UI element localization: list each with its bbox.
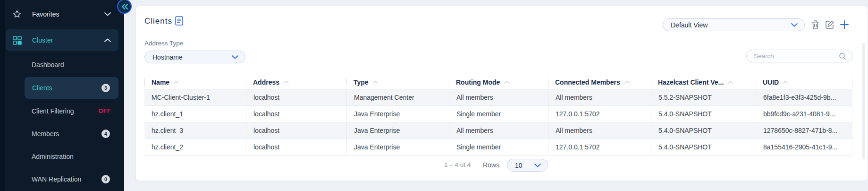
clients-panel: Clients Default View	[135, 6, 868, 181]
cell-client-version: 5.5.2-SNAPSHOT	[651, 89, 756, 105]
column-header-label: Type	[354, 76, 369, 89]
cell-name: hz.client_2	[144, 139, 246, 155]
page-title: Clients	[144, 16, 172, 26]
sidebar-item-label: Cluster	[32, 36, 53, 44]
cell-type: Java Enterprise	[346, 139, 449, 155]
cell-routing-mode: Single member	[449, 139, 548, 155]
column-header-label: Routing Mode	[456, 76, 500, 89]
cell-connected-members: All members	[548, 89, 651, 105]
sort-up-icon	[504, 81, 509, 84]
delete-view-button[interactable]	[810, 19, 820, 30]
chevron-down-icon	[791, 23, 798, 27]
star-icon	[12, 9, 22, 19]
edit-view-button[interactable]	[825, 19, 835, 30]
column-header-uuid[interactable]: UUID	[756, 75, 852, 89]
search-input[interactable]	[754, 52, 839, 60]
clients-count-badge: 3	[101, 84, 110, 92]
sidebar-item-clients[interactable]: Clients 3	[25, 77, 118, 99]
search-icon	[839, 52, 846, 60]
client-filtering-status-badge: OFF	[99, 108, 111, 114]
sidebar-item-members[interactable]: Members 4	[6, 124, 118, 143]
collapse-sidebar-icon	[121, 4, 128, 9]
cell-uuid: 8a155416-2905-41c1-9...	[756, 139, 852, 155]
table-header: Name Address Type Routing Mode Connected…	[144, 75, 852, 89]
cell-name: hz.client_3	[144, 122, 246, 139]
sidebar-item-dashboard[interactable]: Dashboard	[6, 55, 118, 74]
wan-replication-count-badge: 0	[101, 175, 110, 183]
cell-routing-mode: All members	[449, 122, 548, 139]
table-row[interactable]: MC-Client-Cluster-1 localhost Management…	[144, 89, 852, 106]
collapse-sidebar-button[interactable]	[117, 0, 132, 14]
cell-connected-members: 127.0.0.1:5702	[548, 139, 651, 155]
cell-type: Java Enterprise	[346, 106, 449, 122]
column-header-label: Address	[253, 76, 279, 89]
search-box	[746, 50, 852, 62]
cell-routing-mode: Single member	[449, 106, 548, 122]
column-header-connected-members[interactable]: Connected Members	[548, 75, 651, 89]
cell-uuid: 1278650c-8827-471b-8...	[756, 122, 852, 139]
rows-per-page-label: Rows	[483, 158, 499, 172]
cell-connected-members: All members	[548, 122, 651, 139]
rows-per-page-select[interactable]: 10	[507, 159, 548, 172]
chevron-down-icon	[104, 12, 111, 16]
table-row[interactable]: hz.client_1 localhost Java Enterprise Si…	[144, 106, 852, 122]
sort-up-icon	[174, 81, 179, 84]
sidebar-item-cluster[interactable]: Cluster	[6, 29, 118, 51]
table-scrollbar[interactable]	[862, 43, 865, 159]
sidebar-item-label: Clients	[32, 84, 52, 92]
sort-up-icon	[783, 81, 788, 84]
column-header-label: Hazelcast Client Ve...	[658, 76, 724, 89]
cell-client-version: 5.4.0-SNAPSHOT	[651, 122, 756, 139]
address-type-select[interactable]: Hostname	[144, 51, 245, 63]
table-row[interactable]: hz.client_3 localhost Java Enterprise Al…	[144, 122, 852, 139]
cell-address: localhost	[246, 122, 346, 139]
column-header-name[interactable]: Name	[144, 75, 246, 89]
cell-name: MC-Client-Cluster-1	[144, 89, 246, 105]
address-type-label: Address Type	[144, 40, 183, 47]
sort-up-icon	[373, 81, 378, 84]
rows-per-page-value: 10	[515, 162, 522, 169]
cell-address: localhost	[246, 89, 346, 105]
plus-icon	[840, 20, 849, 29]
cell-address: localhost	[246, 106, 346, 122]
sort-up-icon	[728, 81, 733, 84]
sidebar-rail	[0, 0, 5, 191]
cell-connected-members: 127.0.0.1:5702	[548, 106, 651, 122]
sidebar-item-administration[interactable]: Administration	[6, 147, 118, 166]
column-header-routing-mode[interactable]: Routing Mode	[449, 75, 548, 89]
column-header-label: Connected Members	[555, 76, 620, 89]
members-count-badge: 4	[101, 130, 110, 138]
address-type-value: Hostname	[152, 53, 183, 61]
sidebar-item-wan-replication[interactable]: WAN Replication 0	[6, 170, 118, 189]
column-header-label: UUID	[763, 76, 779, 89]
column-header-type[interactable]: Type	[346, 75, 449, 89]
sidebar-item-label: Favorites	[32, 10, 59, 18]
cell-client-version: 5.4.0-SNAPSHOT	[651, 139, 756, 155]
table-row[interactable]: hz.client_2 localhost Java Enterprise Si…	[144, 139, 852, 156]
sidebar-item-label: Administration	[32, 153, 74, 160]
chevron-up-icon	[104, 38, 111, 42]
sidebar-item-label: Members	[32, 130, 59, 138]
document-icon[interactable]	[175, 16, 183, 27]
cell-type: Management Center	[346, 89, 449, 105]
sidebar-item-client-filtering[interactable]: Client Filtering OFF	[6, 102, 118, 121]
chevron-down-icon	[534, 164, 541, 167]
sidebar-item-label: Client Filtering	[32, 107, 74, 115]
view-select[interactable]: Default View	[663, 18, 805, 31]
sidebar-item-label: WAN Replication	[32, 175, 81, 183]
cell-routing-mode: All members	[449, 89, 548, 105]
add-view-button[interactable]	[839, 19, 850, 30]
column-header-label: Name	[152, 76, 169, 89]
sort-up-icon	[624, 81, 630, 84]
sidebar-item-label: Dashboard	[32, 61, 64, 69]
table-body: MC-Client-Cluster-1 localhost Management…	[144, 89, 852, 156]
cell-client-version: 5.4.0-SNAPSHOT	[651, 106, 756, 122]
edit-icon	[825, 20, 834, 29]
sidebar: Favorites Cluster Dashboard Clients 3 Cl…	[0, 0, 124, 191]
column-header-address[interactable]: Address	[246, 75, 346, 89]
sidebar-item-favorites[interactable]: Favorites	[6, 3, 118, 25]
cell-name: hz.client_1	[144, 106, 246, 122]
cell-address: localhost	[246, 139, 346, 155]
cell-uuid: 6fa8e1f3-e3f3-425d-9b...	[756, 89, 852, 105]
column-header-hazelcast-client-version[interactable]: Hazelcast Client Ve...	[651, 75, 756, 89]
